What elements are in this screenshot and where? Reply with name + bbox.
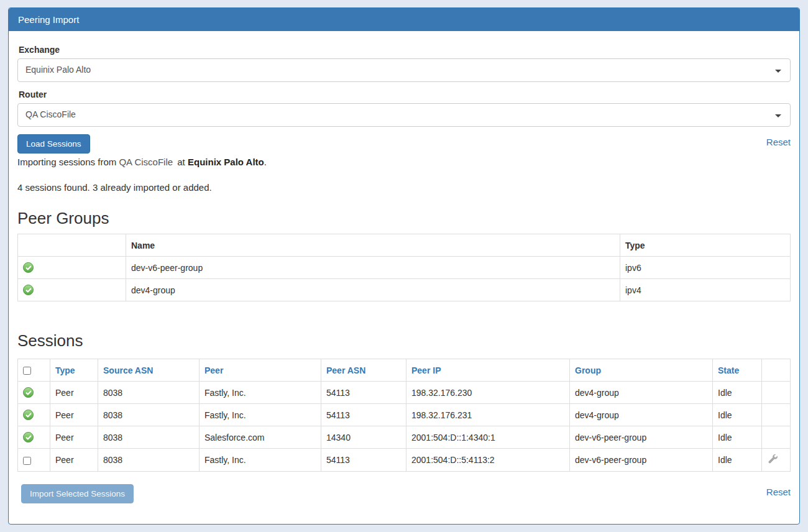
- table-row: Peer 8038 Fastly, Inc. 54113 2001:504:D:…: [18, 449, 791, 472]
- panel-title: Peering Import: [9, 8, 799, 31]
- peer-group-name: dev4-group: [126, 279, 620, 301]
- session-peer: Salesforce.com: [200, 426, 321, 449]
- session-type: Peer: [50, 426, 98, 449]
- sessions-header-row: Type Source ASN Peer Peer ASN Peer IP Gr…: [18, 359, 791, 382]
- session-actions-cell: [762, 426, 791, 449]
- reset-link-top[interactable]: Reset: [766, 137, 791, 147]
- accept-icon: [23, 387, 34, 398]
- sessions-actions-column-header: [762, 359, 791, 382]
- exchange-select[interactable]: Equinix Palo Alto: [17, 58, 791, 82]
- load-actions-row: Load Sessions Reset: [17, 134, 791, 154]
- importing-prefix: Importing sessions from: [17, 157, 116, 167]
- session-peer-asn: 54113: [321, 404, 406, 426]
- importing-period: .: [264, 157, 267, 167]
- sessions-type-column-header[interactable]: Type: [50, 359, 98, 382]
- session-source-asn: 8038: [98, 426, 200, 449]
- session-peer: Fastly, Inc.: [200, 382, 321, 404]
- reset-link-bottom[interactable]: Reset: [766, 487, 791, 497]
- session-group: dev4-group: [570, 382, 713, 404]
- peer-groups-table: Name Type dev-v6-peer-group ipv6 dev4-gr…: [17, 234, 791, 301]
- accept-icon: [23, 262, 34, 273]
- sessions-peer-ip-column-header[interactable]: Peer IP: [406, 359, 570, 382]
- session-group: dev-v6-peer-group: [570, 449, 713, 472]
- sessions-table: Type Source ASN Peer Peer ASN Peer IP Gr…: [17, 359, 791, 472]
- peer-group-type: ipv4: [620, 279, 791, 301]
- panel-body: Exchange Equinix Palo Alto Router QA Cis…: [9, 31, 799, 516]
- peer-groups-type-column-header: Type: [620, 234, 791, 257]
- session-peer-ip: 2001:504:D::5:4113:2: [406, 449, 570, 472]
- exchange-selected-value: Equinix Palo Alto: [25, 65, 91, 75]
- session-actions-cell: [762, 449, 791, 472]
- peer-group-type: ipv6: [620, 257, 791, 279]
- accept-icon: [23, 410, 34, 420]
- accept-icon: [23, 285, 34, 295]
- session-peer-asn: 14340: [321, 426, 406, 449]
- session-state: Idle: [713, 426, 762, 449]
- session-group: dev-v6-peer-group: [570, 426, 713, 449]
- router-label: Router: [19, 89, 791, 99]
- session-actions-cell: [762, 382, 791, 404]
- sessions-peer-asn-column-header[interactable]: Peer ASN: [321, 359, 406, 382]
- session-type: Peer: [50, 382, 98, 404]
- importing-at-word: at: [177, 157, 185, 167]
- sessions-group-column-header[interactable]: Group: [570, 359, 713, 382]
- load-sessions-button[interactable]: Load Sessions: [17, 134, 90, 154]
- importing-status-line: Importing sessions from QA CiscoFile at …: [17, 157, 791, 167]
- session-source-asn: 8038: [98, 449, 200, 472]
- session-type: Peer: [50, 404, 98, 426]
- import-selected-sessions-button[interactable]: Import Selected Sessions: [21, 484, 134, 503]
- session-select-checkbox[interactable]: [23, 457, 31, 465]
- session-peer-asn: 54113: [321, 382, 406, 404]
- session-peer: Fastly, Inc.: [200, 404, 321, 426]
- session-state: Idle: [713, 449, 762, 472]
- table-row: dev-v6-peer-group ipv6: [18, 257, 791, 279]
- session-peer: Fastly, Inc.: [200, 449, 321, 472]
- session-state: Idle: [713, 382, 762, 404]
- table-row: dev4-group ipv4: [18, 279, 791, 301]
- session-source-asn: 8038: [98, 404, 200, 426]
- session-group: dev4-group: [570, 404, 713, 426]
- session-peer-asn: 54113: [321, 449, 406, 472]
- peer-groups-header-row: Name Type: [18, 234, 791, 257]
- table-row: Peer 8038 Salesforce.com 14340 2001:504:…: [18, 426, 791, 449]
- session-peer-ip: 2001:504:D::1:4340:1: [406, 426, 570, 449]
- peer-groups-status-column-header: [18, 234, 126, 257]
- peer-groups-name-column-header: Name: [126, 234, 620, 257]
- router-select[interactable]: QA CiscoFile: [17, 103, 791, 127]
- session-peer-ip: 198.32.176.231: [406, 404, 570, 426]
- exchange-label: Exchange: [19, 45, 791, 55]
- chevron-down-icon: [775, 70, 781, 73]
- peer-groups-heading: Peer Groups: [17, 209, 791, 228]
- wrench-icon[interactable]: [767, 454, 778, 464]
- session-actions-cell: [762, 404, 791, 426]
- session-peer-ip: 198.32.176.230: [406, 382, 570, 404]
- table-row: Peer 8038 Fastly, Inc. 54113 198.32.176.…: [18, 382, 791, 404]
- accept-icon: [23, 432, 34, 443]
- peering-import-panel: Peering Import Exchange Equinix Palo Alt…: [8, 7, 800, 525]
- session-type: Peer: [50, 449, 98, 472]
- sessions-peer-column-header[interactable]: Peer: [200, 359, 321, 382]
- importing-exchange-name: Equinix Palo Alto: [188, 157, 264, 167]
- sessions-state-column-header[interactable]: State: [713, 359, 762, 382]
- session-source-asn: 8038: [98, 382, 200, 404]
- importing-router-name: QA CiscoFile: [119, 157, 173, 167]
- chevron-down-icon: [775, 114, 781, 117]
- select-all-checkbox[interactable]: [23, 367, 31, 375]
- router-selected-value: QA CiscoFile: [25, 109, 76, 119]
- sessions-heading: Sessions: [17, 331, 791, 351]
- table-row: Peer 8038 Fastly, Inc. 54113 198.32.176.…: [18, 404, 791, 426]
- sessions-summary: 4 sessions found. 3 already imported or …: [17, 182, 791, 193]
- session-state: Idle: [713, 404, 762, 426]
- import-actions-row: Import Selected Sessions Reset: [17, 484, 791, 503]
- peer-group-name: dev-v6-peer-group: [126, 257, 620, 279]
- sessions-source-asn-column-header[interactable]: Source ASN: [98, 359, 200, 382]
